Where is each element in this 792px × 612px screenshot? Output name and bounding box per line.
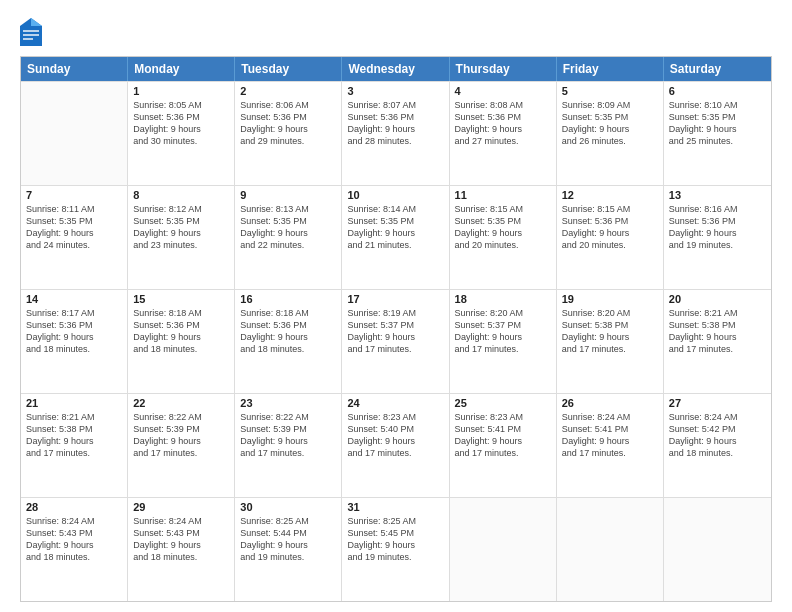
day-info: Sunrise: 8:24 AM Sunset: 5:43 PM Dayligh… — [133, 515, 229, 564]
day-cell-31: 31Sunrise: 8:25 AM Sunset: 5:45 PM Dayli… — [342, 498, 449, 601]
header — [20, 18, 772, 46]
day-info: Sunrise: 8:22 AM Sunset: 5:39 PM Dayligh… — [133, 411, 229, 460]
day-info: Sunrise: 8:23 AM Sunset: 5:40 PM Dayligh… — [347, 411, 443, 460]
day-number: 12 — [562, 189, 658, 201]
weekday-header-wednesday: Wednesday — [342, 57, 449, 81]
day-number: 15 — [133, 293, 229, 305]
day-info: Sunrise: 8:07 AM Sunset: 5:36 PM Dayligh… — [347, 99, 443, 148]
day-cell-16: 16Sunrise: 8:18 AM Sunset: 5:36 PM Dayli… — [235, 290, 342, 393]
weekday-header-friday: Friday — [557, 57, 664, 81]
empty-cell — [557, 498, 664, 601]
calendar-row-3: 14Sunrise: 8:17 AM Sunset: 5:36 PM Dayli… — [21, 289, 771, 393]
day-number: 20 — [669, 293, 766, 305]
day-number: 7 — [26, 189, 122, 201]
weekday-header-tuesday: Tuesday — [235, 57, 342, 81]
day-cell-6: 6Sunrise: 8:10 AM Sunset: 5:35 PM Daylig… — [664, 82, 771, 185]
day-cell-22: 22Sunrise: 8:22 AM Sunset: 5:39 PM Dayli… — [128, 394, 235, 497]
day-cell-28: 28Sunrise: 8:24 AM Sunset: 5:43 PM Dayli… — [21, 498, 128, 601]
svg-marker-1 — [31, 18, 42, 26]
day-number: 26 — [562, 397, 658, 409]
day-info: Sunrise: 8:19 AM Sunset: 5:37 PM Dayligh… — [347, 307, 443, 356]
day-cell-17: 17Sunrise: 8:19 AM Sunset: 5:37 PM Dayli… — [342, 290, 449, 393]
day-cell-30: 30Sunrise: 8:25 AM Sunset: 5:44 PM Dayli… — [235, 498, 342, 601]
day-cell-20: 20Sunrise: 8:21 AM Sunset: 5:38 PM Dayli… — [664, 290, 771, 393]
day-cell-27: 27Sunrise: 8:24 AM Sunset: 5:42 PM Dayli… — [664, 394, 771, 497]
day-cell-12: 12Sunrise: 8:15 AM Sunset: 5:36 PM Dayli… — [557, 186, 664, 289]
day-info: Sunrise: 8:13 AM Sunset: 5:35 PM Dayligh… — [240, 203, 336, 252]
day-number: 23 — [240, 397, 336, 409]
day-number: 1 — [133, 85, 229, 97]
day-info: Sunrise: 8:24 AM Sunset: 5:41 PM Dayligh… — [562, 411, 658, 460]
weekday-header-monday: Monday — [128, 57, 235, 81]
day-info: Sunrise: 8:22 AM Sunset: 5:39 PM Dayligh… — [240, 411, 336, 460]
day-cell-19: 19Sunrise: 8:20 AM Sunset: 5:38 PM Dayli… — [557, 290, 664, 393]
day-info: Sunrise: 8:14 AM Sunset: 5:35 PM Dayligh… — [347, 203, 443, 252]
day-number: 30 — [240, 501, 336, 513]
day-number: 11 — [455, 189, 551, 201]
day-cell-3: 3Sunrise: 8:07 AM Sunset: 5:36 PM Daylig… — [342, 82, 449, 185]
day-cell-9: 9Sunrise: 8:13 AM Sunset: 5:35 PM Daylig… — [235, 186, 342, 289]
day-number: 29 — [133, 501, 229, 513]
day-info: Sunrise: 8:12 AM Sunset: 5:35 PM Dayligh… — [133, 203, 229, 252]
calendar-row-1: 1Sunrise: 8:05 AM Sunset: 5:36 PM Daylig… — [21, 81, 771, 185]
day-cell-15: 15Sunrise: 8:18 AM Sunset: 5:36 PM Dayli… — [128, 290, 235, 393]
day-cell-4: 4Sunrise: 8:08 AM Sunset: 5:36 PM Daylig… — [450, 82, 557, 185]
day-number: 31 — [347, 501, 443, 513]
day-number: 6 — [669, 85, 766, 97]
day-number: 17 — [347, 293, 443, 305]
day-number: 16 — [240, 293, 336, 305]
logo-icon — [20, 18, 42, 46]
day-cell-26: 26Sunrise: 8:24 AM Sunset: 5:41 PM Dayli… — [557, 394, 664, 497]
calendar: SundayMondayTuesdayWednesdayThursdayFrid… — [20, 56, 772, 602]
day-cell-7: 7Sunrise: 8:11 AM Sunset: 5:35 PM Daylig… — [21, 186, 128, 289]
day-number: 13 — [669, 189, 766, 201]
day-info: Sunrise: 8:05 AM Sunset: 5:36 PM Dayligh… — [133, 99, 229, 148]
day-info: Sunrise: 8:17 AM Sunset: 5:36 PM Dayligh… — [26, 307, 122, 356]
day-cell-24: 24Sunrise: 8:23 AM Sunset: 5:40 PM Dayli… — [342, 394, 449, 497]
day-info: Sunrise: 8:09 AM Sunset: 5:35 PM Dayligh… — [562, 99, 658, 148]
day-info: Sunrise: 8:20 AM Sunset: 5:37 PM Dayligh… — [455, 307, 551, 356]
empty-cell — [21, 82, 128, 185]
day-cell-2: 2Sunrise: 8:06 AM Sunset: 5:36 PM Daylig… — [235, 82, 342, 185]
day-number: 3 — [347, 85, 443, 97]
weekday-header-thursday: Thursday — [450, 57, 557, 81]
empty-cell — [450, 498, 557, 601]
svg-rect-4 — [23, 38, 33, 40]
day-number: 27 — [669, 397, 766, 409]
day-number: 14 — [26, 293, 122, 305]
day-info: Sunrise: 8:15 AM Sunset: 5:35 PM Dayligh… — [455, 203, 551, 252]
day-info: Sunrise: 8:10 AM Sunset: 5:35 PM Dayligh… — [669, 99, 766, 148]
logo — [20, 18, 46, 46]
svg-rect-3 — [23, 34, 39, 36]
weekday-header-saturday: Saturday — [664, 57, 771, 81]
day-info: Sunrise: 8:23 AM Sunset: 5:41 PM Dayligh… — [455, 411, 551, 460]
day-info: Sunrise: 8:25 AM Sunset: 5:44 PM Dayligh… — [240, 515, 336, 564]
day-cell-21: 21Sunrise: 8:21 AM Sunset: 5:38 PM Dayli… — [21, 394, 128, 497]
day-info: Sunrise: 8:06 AM Sunset: 5:36 PM Dayligh… — [240, 99, 336, 148]
page: SundayMondayTuesdayWednesdayThursdayFrid… — [0, 0, 792, 612]
day-number: 25 — [455, 397, 551, 409]
day-cell-11: 11Sunrise: 8:15 AM Sunset: 5:35 PM Dayli… — [450, 186, 557, 289]
day-number: 24 — [347, 397, 443, 409]
day-cell-10: 10Sunrise: 8:14 AM Sunset: 5:35 PM Dayli… — [342, 186, 449, 289]
day-cell-13: 13Sunrise: 8:16 AM Sunset: 5:36 PM Dayli… — [664, 186, 771, 289]
day-cell-23: 23Sunrise: 8:22 AM Sunset: 5:39 PM Dayli… — [235, 394, 342, 497]
day-info: Sunrise: 8:16 AM Sunset: 5:36 PM Dayligh… — [669, 203, 766, 252]
day-number: 18 — [455, 293, 551, 305]
day-info: Sunrise: 8:24 AM Sunset: 5:42 PM Dayligh… — [669, 411, 766, 460]
day-cell-5: 5Sunrise: 8:09 AM Sunset: 5:35 PM Daylig… — [557, 82, 664, 185]
day-number: 10 — [347, 189, 443, 201]
day-cell-18: 18Sunrise: 8:20 AM Sunset: 5:37 PM Dayli… — [450, 290, 557, 393]
day-cell-29: 29Sunrise: 8:24 AM Sunset: 5:43 PM Dayli… — [128, 498, 235, 601]
empty-cell — [664, 498, 771, 601]
day-number: 9 — [240, 189, 336, 201]
day-info: Sunrise: 8:18 AM Sunset: 5:36 PM Dayligh… — [240, 307, 336, 356]
day-info: Sunrise: 8:08 AM Sunset: 5:36 PM Dayligh… — [455, 99, 551, 148]
day-info: Sunrise: 8:25 AM Sunset: 5:45 PM Dayligh… — [347, 515, 443, 564]
day-cell-1: 1Sunrise: 8:05 AM Sunset: 5:36 PM Daylig… — [128, 82, 235, 185]
calendar-row-2: 7Sunrise: 8:11 AM Sunset: 5:35 PM Daylig… — [21, 185, 771, 289]
day-cell-8: 8Sunrise: 8:12 AM Sunset: 5:35 PM Daylig… — [128, 186, 235, 289]
calendar-row-5: 28Sunrise: 8:24 AM Sunset: 5:43 PM Dayli… — [21, 497, 771, 601]
day-number: 4 — [455, 85, 551, 97]
day-number: 5 — [562, 85, 658, 97]
